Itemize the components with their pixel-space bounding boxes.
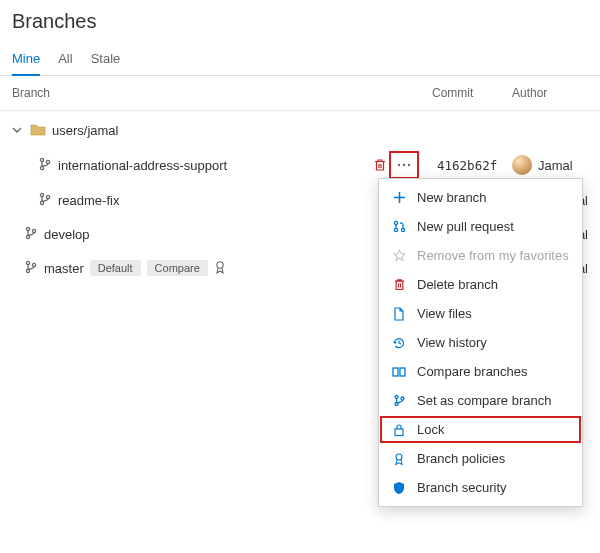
branch-icon: [24, 226, 38, 243]
svg-rect-24: [395, 429, 403, 436]
file-icon: [391, 307, 407, 321]
menu-label: View files: [417, 306, 472, 321]
folder-row[interactable]: users/jamal: [0, 113, 600, 147]
tab-all[interactable]: All: [58, 45, 72, 75]
menu-lock[interactable]: Lock: [379, 415, 582, 444]
trash-icon[interactable]: [373, 158, 387, 172]
chevron-down-icon[interactable]: [12, 125, 24, 135]
menu-branch-security[interactable]: Branch security: [379, 473, 582, 502]
context-menu: New branch New pull request Remove from …: [378, 178, 583, 507]
svg-point-13: [26, 269, 29, 272]
branch-name: master: [44, 261, 84, 276]
branch-name: international-address-support: [58, 158, 227, 173]
svg-point-8: [46, 195, 49, 198]
branch-icon: [38, 157, 52, 174]
svg-point-12: [26, 261, 29, 264]
folder-name: users/jamal: [52, 123, 118, 138]
svg-point-10: [26, 235, 29, 238]
menu-new-pr[interactable]: New pull request: [379, 212, 582, 241]
branch-name: readme-fix: [58, 193, 119, 208]
header-commit: Commit: [362, 86, 512, 100]
page-title: Branches: [0, 0, 600, 37]
menu-new-branch[interactable]: New branch: [379, 183, 582, 212]
menu-branch-policies[interactable]: Branch policies: [379, 444, 582, 473]
menu-delete-branch[interactable]: Delete branch: [379, 270, 582, 299]
tab-mine[interactable]: Mine: [12, 45, 40, 76]
header-branch: Branch: [12, 86, 362, 100]
default-badge: Default: [90, 260, 141, 276]
svg-rect-19: [393, 368, 398, 376]
svg-point-18: [401, 228, 404, 231]
ribbon-icon: [391, 452, 407, 466]
menu-label: Branch policies: [417, 451, 505, 466]
ribbon-icon: [214, 260, 226, 277]
svg-point-7: [40, 201, 43, 204]
menu-label: New pull request: [417, 219, 514, 234]
plus-icon: [391, 191, 407, 204]
header-author: Author: [512, 86, 588, 100]
menu-set-compare[interactable]: Set as compare branch: [379, 386, 582, 415]
history-icon: [391, 336, 407, 350]
menu-compare-branches[interactable]: Compare branches: [379, 357, 582, 386]
menu-label: Lock: [417, 422, 444, 437]
column-headers: Branch Commit Author: [0, 76, 600, 111]
svg-point-0: [40, 158, 43, 161]
svg-point-17: [394, 228, 397, 231]
menu-view-files[interactable]: View files: [379, 299, 582, 328]
svg-point-16: [394, 221, 397, 224]
svg-point-21: [395, 396, 398, 399]
menu-label: View history: [417, 335, 487, 350]
branch-icon: [24, 260, 38, 277]
tabs-bar: Mine All Stale: [0, 37, 600, 76]
author-name: Jamal: [538, 158, 573, 173]
menu-label: New branch: [417, 190, 486, 205]
menu-label: Remove from my favorites: [417, 248, 569, 263]
branch-name: develop: [44, 227, 90, 242]
menu-label: Set as compare branch: [417, 393, 551, 408]
lock-icon: [391, 423, 407, 437]
commit-hash[interactable]: 4162b62f: [417, 158, 512, 173]
menu-label: Compare branches: [417, 364, 528, 379]
shield-icon: [391, 481, 407, 495]
star-outline-icon: [391, 249, 407, 262]
svg-point-4: [403, 164, 405, 166]
menu-label: Branch security: [417, 480, 507, 495]
svg-point-2: [46, 160, 49, 163]
svg-point-25: [396, 454, 402, 460]
svg-point-5: [408, 164, 410, 166]
svg-point-15: [217, 261, 223, 267]
tab-stale[interactable]: Stale: [91, 45, 121, 75]
compare-icon: [391, 366, 407, 378]
svg-point-9: [26, 227, 29, 230]
folder-icon: [30, 122, 46, 139]
svg-point-1: [40, 166, 43, 169]
avatar: [512, 155, 532, 175]
svg-point-11: [32, 229, 35, 232]
menu-remove-favorite: Remove from my favorites: [379, 241, 582, 270]
svg-rect-20: [400, 368, 405, 376]
menu-label: Delete branch: [417, 277, 498, 292]
menu-view-history[interactable]: View history: [379, 328, 582, 357]
compare-badge: Compare: [147, 260, 208, 276]
more-actions-button[interactable]: [391, 153, 417, 177]
svg-point-14: [32, 263, 35, 266]
svg-point-3: [398, 164, 400, 166]
svg-point-6: [40, 193, 43, 196]
trash-icon: [391, 278, 407, 291]
pull-request-icon: [391, 220, 407, 233]
branch-icon: [38, 192, 52, 209]
branch-icon: [391, 394, 407, 407]
svg-point-23: [401, 397, 404, 400]
